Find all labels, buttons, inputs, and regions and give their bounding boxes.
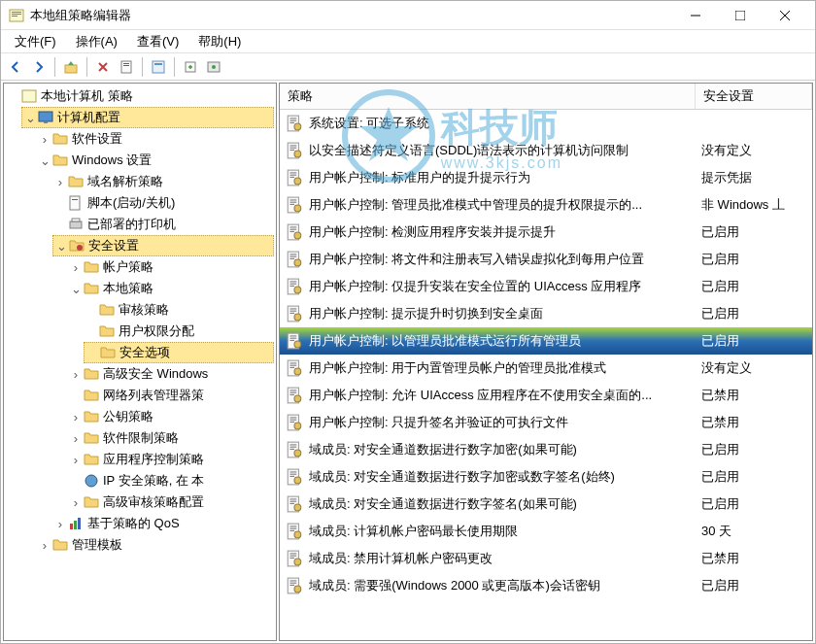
tree-user-rights[interactable]: 用户权限分配 xyxy=(84,321,274,342)
tree-audit-policy[interactable]: 审核策略 xyxy=(84,299,274,321)
svg-point-80 xyxy=(294,368,301,375)
menu-action[interactable]: 操作(A) xyxy=(66,31,127,52)
collapse-icon[interactable]: ⌄ xyxy=(22,110,38,125)
tree-adv-audit[interactable]: › 高级审核策略配置 xyxy=(68,491,274,513)
expand-icon[interactable]: › xyxy=(37,131,52,147)
list-row[interactable]: 用户帐户控制: 提示提升时切换到安全桌面已启用 xyxy=(280,300,812,327)
tree-account-policy[interactable]: › 帐户策略 xyxy=(68,256,274,278)
tree-admin-templates[interactable]: › 管理模板 xyxy=(37,534,274,556)
setting-cell: 已启用 xyxy=(696,439,812,460)
policy-item-icon xyxy=(286,223,303,241)
folder-icon xyxy=(52,131,68,147)
properties-button[interactable] xyxy=(116,56,137,78)
collapse-icon[interactable]: ⌄ xyxy=(68,281,84,296)
svg-rect-88 xyxy=(290,420,297,421)
refresh-button[interactable] xyxy=(203,56,224,78)
tree-security-options[interactable]: 安全选项 xyxy=(84,342,274,363)
computer-icon xyxy=(38,110,53,125)
tree-public-key[interactable]: › 公钥策略 xyxy=(68,406,274,427)
tree-panel[interactable]: 本地计算机 策略 ⌄ 计算机配置 › 软件设置 xyxy=(3,83,277,641)
tree-scripts[interactable]: 脚本(启动/关机) xyxy=(52,192,274,214)
list-panel[interactable]: 策略 安全设置 系统设置: 可选子系统以安全描述符定义语言(SDDL)语法表示的… xyxy=(279,83,813,641)
setting-cell: 没有定义 xyxy=(696,140,812,161)
close-button[interactable] xyxy=(763,1,807,30)
expand-icon[interactable]: › xyxy=(68,430,84,446)
tree-ip-security[interactable]: IP 安全策略, 在 本 xyxy=(68,470,274,491)
menu-view[interactable]: 查看(V) xyxy=(127,31,188,52)
policy-label: 用户帐户控制: 检测应用程序安装并提示提升 xyxy=(309,223,556,241)
tree-computer-config[interactable]: ⌄ 计算机配置 xyxy=(21,107,274,128)
expand-icon[interactable]: › xyxy=(37,537,52,553)
list-row[interactable]: 用户帐户控制: 以管理员批准模式运行所有管理员已启用 xyxy=(280,327,812,355)
maximize-button[interactable] xyxy=(718,1,763,30)
minimize-button[interactable] xyxy=(673,1,718,30)
tree-network-list[interactable]: 网络列表管理器策 xyxy=(68,385,274,406)
menu-file[interactable]: 文件(F) xyxy=(5,31,66,52)
list-row[interactable]: 域成员: 计算机帐户密码最长使用期限30 天 xyxy=(280,518,812,545)
policy-cell: 用户帐户控制: 标准用户的提升提示行为 xyxy=(280,167,696,188)
window-title: 本地组策略编辑器 xyxy=(30,7,673,24)
setting-cell: 已启用 xyxy=(696,330,812,352)
svg-rect-23 xyxy=(72,199,78,200)
setting-cell: 已启用 xyxy=(696,249,812,270)
list-row[interactable]: 用户帐户控制: 检测应用程序安装并提示提升已启用 xyxy=(280,219,812,246)
column-policy[interactable]: 策略 xyxy=(280,84,696,109)
list-row[interactable]: 用户帐户控制: 标准用户的提升提示行为提示凭据 xyxy=(280,164,812,191)
tree-windows-settings[interactable]: ⌄ Windows 设置 xyxy=(37,150,274,171)
expand-icon[interactable]: › xyxy=(68,366,84,382)
folder-icon xyxy=(84,281,99,296)
svg-rect-49 xyxy=(290,204,295,205)
column-setting[interactable]: 安全设置 xyxy=(696,84,812,109)
list-row[interactable]: 域成员: 对安全通道数据进行数字加密(如果可能)已启用 xyxy=(280,436,812,463)
list-row[interactable]: 用户帐户控制: 用于内置管理员帐户的管理员批准模式没有定义 xyxy=(280,355,812,382)
list-row[interactable]: 以安全描述符定义语言(SDDL)语法表示的计算机访问限制没有定义 xyxy=(280,137,812,164)
list-row[interactable]: 用户帐户控制: 仅提升安装在安全位置的 UIAccess 应用程序已启用 xyxy=(280,273,812,300)
setting-cell: 已启用 xyxy=(696,493,812,515)
tree-dns-policy[interactable]: › 域名解析策略 xyxy=(52,171,274,192)
list-row[interactable]: 域成员: 对安全通道数据进行数字加密或数字签名(始终)已启用 xyxy=(280,463,812,491)
expand-icon[interactable]: › xyxy=(68,409,84,424)
policy-label: 域成员: 禁用计算机帐户密码更改 xyxy=(309,550,493,567)
expand-icon[interactable]: › xyxy=(68,259,84,275)
list-row[interactable]: 域成员: 禁用计算机帐户密码更改已禁用 xyxy=(280,545,812,572)
tree-software-settings[interactable]: › 软件设置 xyxy=(37,128,274,150)
svg-point-105 xyxy=(294,504,301,511)
svg-point-40 xyxy=(294,151,301,157)
policy-cell: 域成员: 对安全通道数据进行数字加密或数字签名(始终) xyxy=(280,466,696,488)
list-row[interactable]: 系统设置: 可选子系统 xyxy=(280,110,812,137)
list-row[interactable]: 用户帐户控制: 只提升签名并验证的可执行文件已禁用 xyxy=(280,409,812,436)
delete-button[interactable] xyxy=(92,56,114,78)
export-button[interactable] xyxy=(180,56,201,78)
tree-app-control[interactable]: › 应用程序控制策略 xyxy=(68,449,274,470)
folder-icon xyxy=(84,409,99,424)
collapse-icon[interactable]: ⌄ xyxy=(37,153,52,168)
menu-help[interactable]: 帮助(H) xyxy=(188,31,251,52)
forward-button[interactable] xyxy=(28,56,50,78)
expand-icon[interactable]: › xyxy=(52,174,68,189)
svg-rect-30 xyxy=(78,518,81,529)
tree-software-restriction[interactable]: › 软件限制策略 xyxy=(68,427,274,449)
folder-icon xyxy=(84,388,99,403)
svg-rect-94 xyxy=(290,449,295,450)
collapse-icon[interactable]: ⌄ xyxy=(53,238,69,254)
tree-deployed-printers[interactable]: 已部署的打印机 xyxy=(52,214,274,235)
tree-adv-windows-firewall[interactable]: › 高级安全 Windows xyxy=(68,363,274,385)
svg-rect-8 xyxy=(65,65,77,73)
list-row[interactable]: 用户帐户控制: 允许 UIAccess 应用程序在不使用安全桌面的...已禁用 xyxy=(280,382,812,409)
list-row[interactable]: 域成员: 需要强(Windows 2000 或更高版本)会话密钥已启用 xyxy=(280,572,812,599)
tree-security-settings[interactable]: ⌄ 安全设置 xyxy=(52,235,274,256)
up-button[interactable] xyxy=(60,56,82,78)
filter-button[interactable] xyxy=(148,56,169,78)
tree-local-policy[interactable]: ⌄ 本地策略 xyxy=(68,278,274,299)
list-row[interactable]: 域成员: 对安全通道数据进行数字签名(如果可能)已启用 xyxy=(280,491,812,518)
back-button[interactable] xyxy=(5,56,26,78)
list-row[interactable]: 用户帐户控制: 将文件和注册表写入错误虚拟化到每用户位置已启用 xyxy=(280,246,812,273)
setting-cell: 提示凭据 xyxy=(696,167,812,188)
list-row[interactable]: 用户帐户控制: 管理员批准模式中管理员的提升权限提示的...非 Windows … xyxy=(280,191,812,219)
expand-icon[interactable]: › xyxy=(52,516,68,531)
expand-icon[interactable]: › xyxy=(68,452,84,467)
expand-icon[interactable]: › xyxy=(68,494,84,510)
expander-icon[interactable] xyxy=(6,88,21,104)
tree-root[interactable]: 本地计算机 策略 xyxy=(6,85,274,107)
tree-qos[interactable]: › 基于策略的 QoS xyxy=(52,513,274,534)
